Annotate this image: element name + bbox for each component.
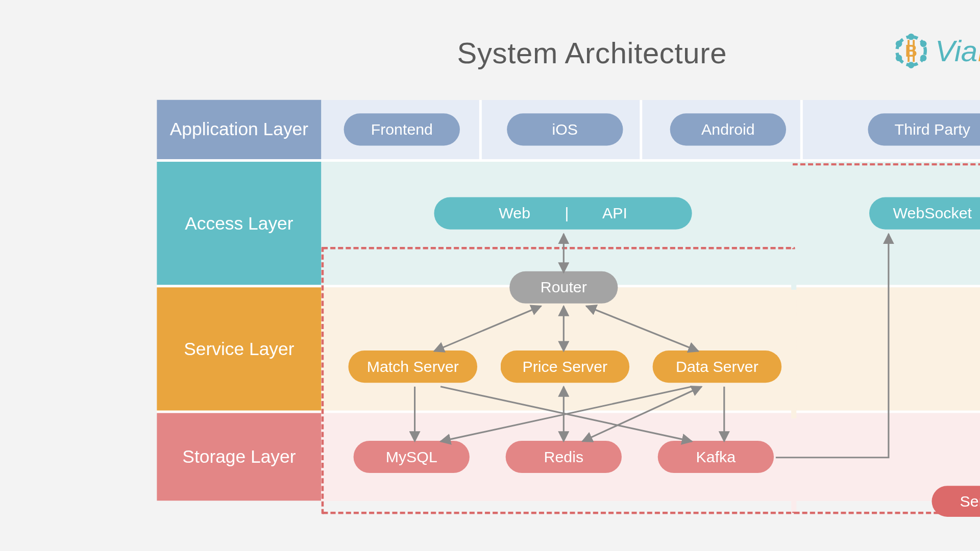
logo-text: ViaBTC (935, 34, 980, 68)
row-application: Application Layer Frontend iOS Android T… (157, 100, 980, 162)
layer-content-application: Frontend iOS Android Third Party (321, 100, 980, 159)
node-price-server: Price Server (501, 350, 630, 383)
svg-point-3 (920, 55, 927, 61)
architecture-grid: Application Layer Frontend iOS Android T… (157, 100, 980, 501)
node-frontend: Frontend (344, 113, 460, 145)
layer-content-access: Web | API WebSocket (321, 162, 980, 285)
node-web-api: Web | API (434, 197, 692, 229)
logo-text-right: BTC (977, 34, 980, 68)
row-service: Service Layer Router Match Server Price … (157, 287, 980, 413)
svg-point-6 (896, 41, 902, 47)
node-websocket: WebSocket (869, 197, 980, 229)
svg-text:B: B (905, 41, 918, 60)
layer-label-access: Access Layer (157, 162, 321, 285)
logo-icon: B (893, 32, 930, 69)
layer-content-storage: MySQL Redis Kafka (321, 413, 980, 501)
layer-label-service: Service Layer (157, 287, 321, 410)
svg-point-5 (896, 55, 902, 61)
node-ios: iOS (507, 113, 623, 145)
node-kafka: Kafka (658, 441, 774, 473)
page-title: System Architecture (102, 35, 980, 70)
row-access: Access Layer Web | API WebSocket (157, 162, 980, 287)
layer-label-application: Application Layer (157, 100, 321, 159)
server-region-seam-cover (791, 249, 796, 512)
svg-point-4 (908, 62, 915, 68)
node-data-server: Data Server (653, 350, 782, 383)
logo: B ViaBTC (893, 32, 980, 69)
node-router: Router (509, 271, 618, 304)
svg-point-2 (920, 41, 927, 47)
node-match-server: Match Server (348, 350, 477, 383)
svg-point-1 (908, 34, 915, 40)
layer-content-service: Router Match Server Price Server Data Se… (321, 287, 980, 410)
node-android: Android (670, 113, 786, 145)
server-badge: Server (932, 486, 980, 517)
layer-label-storage: Storage Layer (157, 413, 321, 501)
node-mysql: MySQL (354, 441, 470, 473)
node-third-party: Third Party (868, 113, 980, 145)
node-redis: Redis (506, 441, 622, 473)
logo-text-left: Via (935, 34, 977, 68)
row-storage: Storage Layer MySQL Redis Kafka (157, 413, 980, 501)
diagram-stage: System Architecture B ViaBTC Application… (102, 0, 980, 551)
